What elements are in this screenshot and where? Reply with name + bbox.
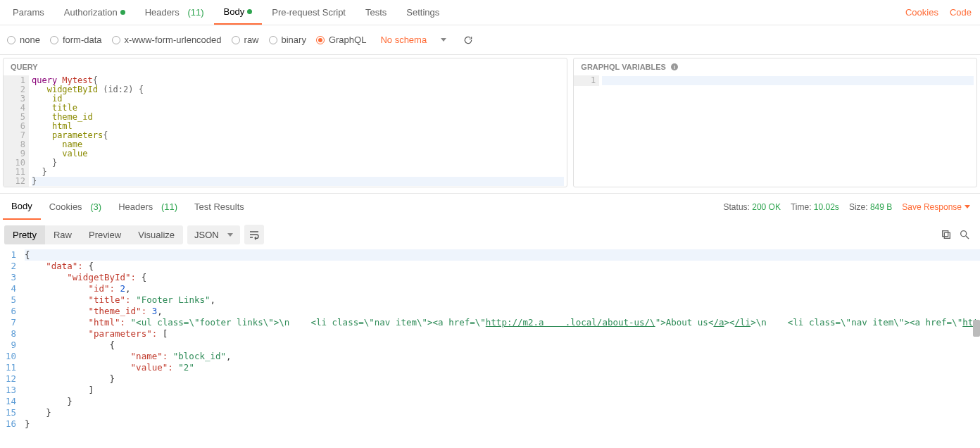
query-panel-title: QUERY (4, 58, 567, 75)
tab-body[interactable]: Body (214, 0, 263, 25)
radio-icon (7, 36, 15, 44)
search-icon[interactable] (959, 229, 970, 240)
variables-editor[interactable]: 1 (574, 75, 976, 86)
tab-params[interactable]: Params (3, 0, 54, 25)
response-tab-body[interactable]: Body (3, 194, 41, 220)
request-tabs: Params Authorization Headers (11) Body P… (0, 0, 980, 25)
size-value: 849 B (870, 202, 892, 212)
svg-text:i: i (674, 65, 675, 70)
wrap-icon (249, 229, 260, 240)
radio-icon (232, 36, 240, 44)
tab-authorization[interactable]: Authorization (54, 0, 135, 25)
status-dot-icon (247, 9, 252, 14)
tab-prerequest[interactable]: Pre-request Script (262, 0, 356, 25)
scrollbar-thumb[interactable] (973, 320, 980, 337)
refresh-icon[interactable] (463, 35, 473, 45)
radio-icon (316, 36, 325, 44)
body-type-none[interactable]: none (7, 35, 40, 45)
body-type-raw[interactable]: raw (232, 35, 259, 45)
query-panel: QUERY 123456789101112 query Mytest{ widg… (3, 58, 567, 187)
variables-code[interactable] (599, 75, 976, 86)
response-tab-headers[interactable]: Headers (11) (110, 194, 186, 220)
response-toolbar: Pretty Raw Preview Visualize JSON (0, 220, 980, 249)
view-pretty[interactable]: Pretty (4, 225, 45, 244)
tab-headers[interactable]: Headers (11) (135, 0, 214, 25)
response-body[interactable]: 12345678910111213141516 { "data": { "wid… (0, 249, 980, 430)
response-tabs: Body Cookies (3) Headers (11) Test Resul… (0, 193, 980, 220)
variables-panel-title: GRAPHQL VARIABLES i (574, 58, 976, 75)
wrap-toggle[interactable] (244, 225, 264, 244)
svg-point-4 (961, 231, 967, 237)
schema-label: No schema (380, 35, 427, 45)
view-mode-group: Pretty Raw Preview Visualize (4, 225, 183, 244)
body-type-binary[interactable]: binary (269, 35, 306, 45)
chevron-down-icon[interactable] (441, 38, 446, 42)
body-type-xwww[interactable]: x-www-form-urlencoded (112, 35, 222, 45)
cookies-count: (3) (90, 201, 101, 212)
headers-count: (11) (187, 7, 203, 18)
svg-rect-2 (944, 232, 950, 238)
chevron-down-icon (227, 233, 233, 237)
view-raw[interactable]: Raw (45, 225, 80, 244)
response-tab-cookies[interactable]: Cookies (3) (41, 194, 110, 220)
chevron-down-icon (965, 205, 970, 209)
variables-gutter: 1 (574, 75, 599, 86)
status-value: 200 OK (752, 202, 781, 212)
query-gutter: 123456789101112 (4, 75, 29, 187)
body-type-row: none form-data x-www-form-urlencoded raw… (0, 25, 980, 55)
tab-settings[interactable]: Settings (396, 0, 449, 25)
status-dot-icon (120, 10, 125, 15)
resp-headers-count: (11) (161, 201, 177, 212)
svg-rect-3 (943, 231, 948, 237)
view-visualize[interactable]: Visualize (130, 225, 183, 244)
code-link[interactable]: Code (944, 7, 977, 18)
query-code[interactable]: query Mytest{ widgetById (id:2) { id tit… (29, 75, 567, 187)
body-type-graphql[interactable]: GraphQL (316, 35, 366, 45)
variables-panel: GRAPHQL VARIABLES i 1 (573, 58, 977, 187)
tab-tests[interactable]: Tests (356, 0, 396, 25)
response-gutter: 12345678910111213141516 (0, 249, 22, 430)
cookies-link[interactable]: Cookies (900, 7, 944, 18)
save-response-button[interactable]: Save Response (902, 202, 970, 212)
time-value: 10.02s (814, 202, 839, 212)
query-editor[interactable]: 123456789101112 query Mytest{ widgetById… (4, 75, 567, 187)
view-preview[interactable]: Preview (80, 225, 130, 244)
response-tab-testresults[interactable]: Test Results (186, 194, 253, 220)
response-code-lines[interactable]: { "data": { "widgetById": { "id": 2, "ti… (22, 249, 980, 430)
copy-icon[interactable] (941, 229, 952, 240)
response-meta: Status: 200 OK Time: 10.02s Size: 849 B … (724, 202, 977, 212)
radio-icon (112, 36, 120, 44)
info-icon: i (670, 63, 679, 71)
body-type-formdata[interactable]: form-data (50, 35, 102, 45)
format-select[interactable]: JSON (187, 225, 240, 244)
radio-icon (50, 36, 58, 44)
svg-line-5 (966, 236, 969, 239)
radio-icon (269, 36, 277, 44)
